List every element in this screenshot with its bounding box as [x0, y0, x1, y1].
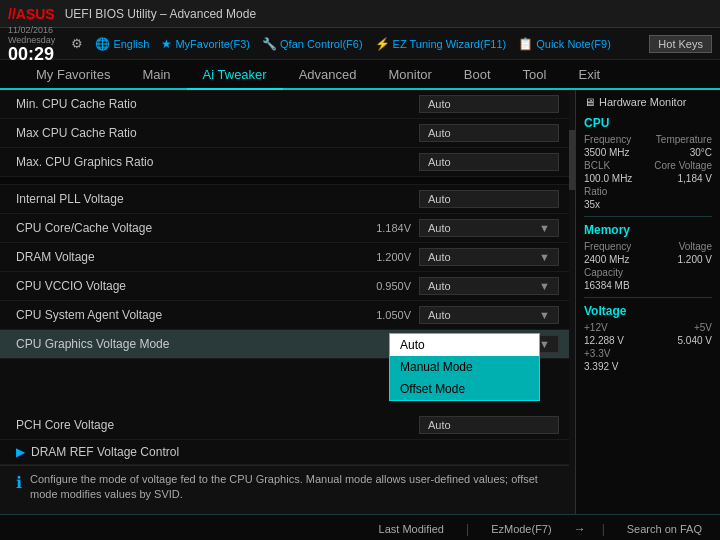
qfan-label: Qfan Control(F6)	[280, 38, 363, 50]
cpu-ratio-value: 35x	[584, 199, 600, 210]
chevron-down-icon: ▼	[539, 309, 550, 321]
myfavorite-item[interactable]: ★ MyFavorite(F3)	[161, 37, 250, 51]
memory-voltage-label: Voltage	[679, 241, 712, 252]
info-bar: ℹ Configure the mode of voltage fed to t…	[0, 465, 575, 514]
eztuning-icon: ⚡	[375, 37, 390, 51]
nav-main[interactable]: Main	[126, 60, 186, 90]
pch-core-voltage-label: PCH Core Voltage	[16, 418, 419, 432]
cpu-core-cache-voltage-control: 1.184V Auto ▼	[361, 219, 559, 237]
scroll-thumb[interactable]	[569, 130, 575, 190]
eztuning-label: EZ Tuning Wizard(F11)	[393, 38, 507, 50]
chevron-down-icon: ▼	[539, 222, 550, 234]
scrollbar[interactable]	[569, 90, 575, 514]
v12-label: +12V	[584, 322, 608, 333]
pch-core-voltage-row[interactable]: PCH Core Voltage Auto	[0, 411, 575, 440]
myfavorite-icon: ★	[161, 37, 172, 51]
hw-divider-1	[584, 216, 712, 217]
cpu-vccio-voltage-row[interactable]: CPU VCCIO Voltage 0.950V Auto ▼	[0, 272, 575, 301]
max-cpu-cache-ratio-value[interactable]: Auto	[419, 124, 559, 142]
pch-core-voltage-value[interactable]: Auto	[419, 416, 559, 434]
voltage-33-label: +3.3V	[584, 348, 712, 359]
eztuning-item[interactable]: ⚡ EZ Tuning Wizard(F11)	[375, 37, 507, 51]
cpu-system-agent-dropdown[interactable]: Auto ▼	[419, 306, 559, 324]
cpu-core-cache-dropdown[interactable]: Auto ▼	[419, 219, 559, 237]
ezmode-arrow-icon: →	[574, 522, 586, 536]
nav-my-favorites[interactable]: My Favorites	[20, 60, 126, 90]
section-gap-1	[0, 177, 575, 185]
info-icon: ℹ	[16, 473, 22, 492]
ezmode-button[interactable]: EzMode(F7)	[485, 521, 558, 537]
hw-divider-2	[584, 297, 712, 298]
quicknote-icon: 📋	[518, 37, 533, 51]
nav-tool[interactable]: Tool	[507, 60, 563, 90]
dram-voltage-row[interactable]: DRAM Voltage 1.200V Auto ▼	[0, 243, 575, 272]
search-on-faq-button[interactable]: Search on FAQ	[621, 521, 708, 537]
dram-voltage-control: 1.200V Auto ▼	[361, 248, 559, 266]
nav-boot[interactable]: Boot	[448, 60, 507, 90]
cpu-vccio-dropdown[interactable]: Auto ▼	[419, 277, 559, 295]
hardware-monitor-panel: 🖥 Hardware Monitor CPU Frequency Tempera…	[575, 90, 720, 514]
min-cpu-cache-ratio-value[interactable]: Auto	[419, 95, 559, 113]
cpu-core-voltage-label: Core Voltage	[654, 160, 712, 171]
memory-capacity-label-row: Capacity	[584, 267, 712, 278]
quicknote-item[interactable]: 📋 Quick Note(F9)	[518, 37, 611, 51]
cpu-ratio-label: Ratio	[584, 186, 607, 197]
clock-area: 11/02/2016 Wednesday 00:29	[8, 25, 55, 63]
cpu-temperature-value: 30°C	[690, 147, 712, 158]
memory-freq-value-row: 2400 MHz 1.200 V	[584, 254, 712, 265]
dram-ref-voltage-control-row[interactable]: ▶ DRAM REF Voltage Control	[0, 440, 575, 465]
language-icon: 🌐	[95, 37, 110, 51]
language-item[interactable]: 🌐 English	[95, 37, 149, 51]
dropdown-option-offset[interactable]: Offset Mode	[390, 378, 539, 400]
v5-label: +5V	[694, 322, 712, 333]
cpu-system-agent-voltage-row[interactable]: CPU System Agent Voltage 1.050V Auto ▼	[0, 301, 575, 330]
dram-voltage-dropdown[interactable]: Auto ▼	[419, 248, 559, 266]
cpu-frequency-value-row: 3500 MHz 30°C	[584, 147, 712, 158]
cpu-core-cache-current: 1.184V	[361, 222, 411, 234]
nav-advanced[interactable]: Advanced	[283, 60, 373, 90]
myfavorite-label: MyFavorite(F3)	[175, 38, 250, 50]
max-cpu-graphics-ratio-value[interactable]: Auto	[419, 153, 559, 171]
v12-value: 12.288 V	[584, 335, 624, 346]
cpu-core-voltage-value: 1,184 V	[678, 173, 712, 184]
min-cpu-cache-ratio-row[interactable]: Min. CPU Cache Ratio Auto	[0, 90, 575, 119]
cpu-system-agent-control: 1.050V Auto ▼	[361, 306, 559, 324]
dram-voltage-label: DRAM Voltage	[16, 250, 361, 264]
dram-voltage-current: 1.200V	[361, 251, 411, 263]
chevron-down-icon: ▼	[539, 251, 550, 263]
left-panel: Min. CPU Cache Ratio Auto Max CPU Cache …	[0, 90, 575, 514]
memory-voltage-value: 1.200 V	[678, 254, 712, 265]
internal-pll-voltage-row[interactable]: Internal PLL Voltage Auto	[0, 185, 575, 214]
memory-capacity-value-row: 16384 MB	[584, 280, 712, 291]
settings-gear-icon[interactable]: ⚙	[71, 36, 83, 51]
max-cpu-cache-ratio-row[interactable]: Max CPU Cache Ratio Auto	[0, 119, 575, 148]
internal-pll-voltage-value[interactable]: Auto	[419, 190, 559, 208]
qfan-item[interactable]: 🔧 Qfan Control(F6)	[262, 37, 363, 51]
nav-ai-tweaker[interactable]: Ai Tweaker	[187, 60, 283, 90]
bottom-separator-1: |	[466, 522, 469, 536]
max-cpu-graphics-ratio-row[interactable]: Max. CPU Graphics Ratio Auto	[0, 148, 575, 177]
max-cpu-cache-ratio-label: Max CPU Cache Ratio	[16, 126, 419, 140]
v33-value: 3.392 V	[584, 361, 618, 372]
nav-monitor[interactable]: Monitor	[373, 60, 448, 90]
nav-exit[interactable]: Exit	[562, 60, 616, 90]
cpu-core-cache-voltage-row[interactable]: CPU Core/Cache Voltage 1.184V Auto ▼	[0, 214, 575, 243]
cpu-frequency-label: Frequency	[584, 134, 631, 145]
qfan-icon: 🔧	[262, 37, 277, 51]
main-content: Min. CPU Cache Ratio Auto Max CPU Cache …	[0, 90, 720, 514]
dropdown-option-manual[interactable]: Manual Mode	[390, 356, 539, 378]
voltage-12-5-labels: +12V +5V	[584, 322, 712, 333]
dropdown-option-auto[interactable]: Auto	[390, 334, 539, 356]
cpu-ratio-value-row: 35x	[584, 199, 712, 210]
hot-keys-button[interactable]: Hot Keys	[649, 35, 712, 53]
chevron-down-icon: ▼	[539, 280, 550, 292]
nav-bar: My Favorites Main Ai Tweaker Advanced Mo…	[0, 60, 720, 90]
cpu-system-agent-current: 1.050V	[361, 309, 411, 321]
last-modified-button[interactable]: Last Modified	[373, 521, 450, 537]
asus-logo: //ASUS	[8, 6, 55, 22]
internal-pll-voltage-label: Internal PLL Voltage	[16, 192, 419, 206]
memory-frequency-label: Frequency	[584, 241, 631, 252]
memory-frequency-value: 2400 MHz	[584, 254, 630, 265]
cpu-vccio-voltage-control: 0.950V Auto ▼	[361, 277, 559, 295]
cpu-bclk-value-row: 100.0 MHz 1,184 V	[584, 173, 712, 184]
